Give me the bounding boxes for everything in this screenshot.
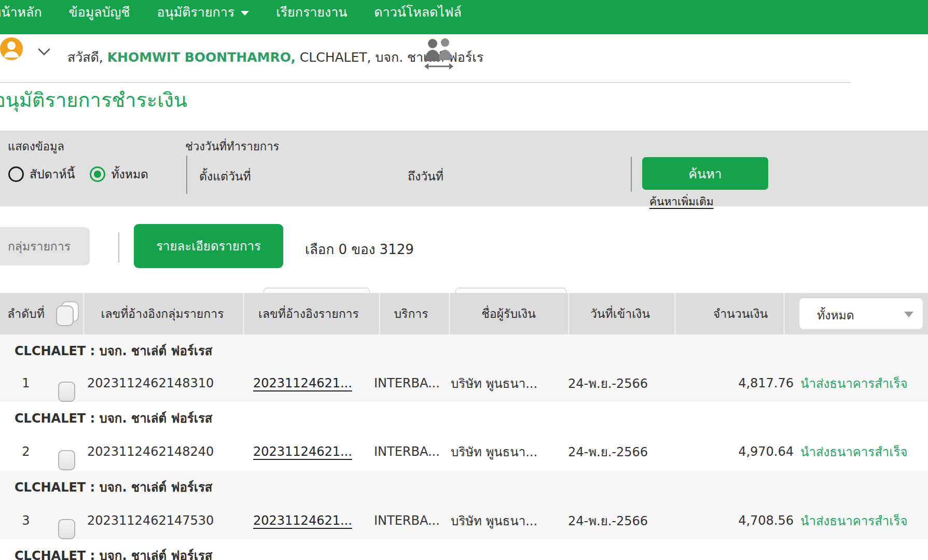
service-cell: INTERBA...: [374, 365, 449, 402]
status-cell: นำส่งธนาคารสำเร็จ: [800, 365, 925, 402]
user-name: KHOMWIT BOONTHAMRO,: [107, 50, 296, 65]
user-avatar-icon[interactable]: [0, 36, 25, 63]
search-button[interactable]: ค้นหา: [642, 157, 768, 190]
table-header: ลำดับที่ เลขที่อ้างอิงกลุ่มรายการ เลขที่…: [0, 293, 928, 334]
select-all-icon[interactable]: [55, 301, 81, 329]
status-cell: นำส่งธนาคารสำเร็จ: [800, 433, 925, 470]
more-search-link[interactable]: ค้นหาเพิ่มเติม: [649, 193, 714, 210]
transaction-block: CLCHALET : บจก. ชาเล่ต์ ฟอร์เรส 1 202311…: [0, 334, 928, 402]
column-header-index: ลำดับที่: [5, 293, 47, 334]
status-cell: นำส่งธนาคารสำเร็จ: [800, 502, 925, 539]
radio-all[interactable]: [90, 166, 105, 182]
date-range-label: ช่วงวันที่ทำรายการ: [185, 137, 279, 156]
payee-cell: บริษัท พูนธนา...: [451, 502, 557, 539]
to-date-label: ถึงวันที่: [408, 167, 444, 186]
row-index: 3: [5, 502, 47, 539]
column-header-date: วันที่เข้าเงิน: [570, 293, 671, 334]
chevron-down-icon: [241, 11, 249, 16]
divider: [118, 232, 119, 262]
item-ref-link[interactable]: 20231124621...: [253, 513, 352, 528]
selection-summary: เลือก 0 ของ 3129: [305, 239, 414, 260]
chevron-down-icon: [904, 312, 913, 317]
divider: [631, 157, 632, 192]
group-header: CLCHALET : บจก. ชาเล่ต์ ฟอร์เรส: [15, 341, 213, 361]
from-date-label: ตั้งแต่วันที่: [199, 167, 251, 186]
row-checkbox[interactable]: [58, 382, 75, 402]
column-header-item-ref: เลขที่อ้างอิงรายการ: [244, 293, 373, 334]
company-name: CLCHALET, บจก. ชาเล่ต์ ฟอร์เร: [300, 50, 483, 65]
group-header: CLCHALET : บจก. ชาเล่ต์ ฟอร์เรส: [15, 545, 213, 560]
group-header: CLCHALET : บจก. ชาเล่ต์ ฟอร์เรส: [15, 477, 213, 497]
top-nav-bar: หน้าหลัก ข้อมูลบัญชี อนุมัติรายการ เรียก…: [0, 0, 928, 34]
service-cell: INTERBA...: [374, 502, 449, 539]
page-title: อนุมัติรายการชำระเงิน: [0, 84, 187, 116]
status-filter-value: ทั้งหมด: [817, 306, 854, 325]
divider: [186, 156, 187, 194]
row-index: 1: [5, 365, 47, 402]
radio-this-week[interactable]: [8, 166, 24, 182]
radio-all-label: ทั้งหมด: [111, 165, 148, 184]
radio-this-week-label: สัปดาห์นี้: [30, 165, 75, 184]
table-row: 3 2023112462147530 20231124621... INTERB…: [0, 502, 928, 539]
show-data-radio-group: สัปดาห์นี้ ทั้งหมด: [8, 165, 148, 184]
row-checkbox[interactable]: [58, 450, 75, 470]
service-cell: INTERBA...: [374, 433, 449, 470]
group-ref-cell: 2023112462147530: [87, 502, 238, 539]
nav-menu: หน้าหลัก ข้อมูลบัญชี อนุมัติรายการ เรียก…: [0, 0, 462, 24]
table-row: 2 2023112462148240 20231124621... INTERB…: [0, 433, 928, 470]
payee-cell: บริษัท พูนธนา...: [451, 433, 557, 470]
chevron-down-icon[interactable]: [37, 48, 51, 58]
transaction-block: CLCHALET : บจก. ชาเล่ต์ ฟอร์เรส: [0, 539, 928, 560]
transaction-block: CLCHALET : บจก. ชาเล่ต์ ฟอร์เรส 3 202311…: [0, 471, 928, 539]
column-header-payee: ชื่อผู้รับเงิน: [450, 293, 567, 334]
nav-item-account-info[interactable]: ข้อมูลบัญชี: [69, 2, 130, 22]
date-cell: 24-พ.ย.-2566: [568, 433, 659, 470]
nav-item-download-files[interactable]: ดาวน์โหลดไฟล์: [374, 2, 461, 22]
group-ref-cell: 2023112462148310: [87, 365, 238, 402]
filter-panel: แสดงข้อมูล ช่วงวันที่ทำรายการ สัปดาห์นี้…: [0, 131, 928, 206]
date-cell: 24-พ.ย.-2566: [568, 502, 659, 539]
transaction-block: CLCHALET : บจก. ชาเล่ต์ ฟอร์เรส 2 202311…: [0, 402, 928, 471]
amount-cell: 4,970.64: [664, 433, 794, 470]
tab-group-list[interactable]: กลุ่มรายการ: [0, 227, 90, 265]
show-data-label: แสดงข้อมูล: [8, 137, 64, 156]
item-ref-link[interactable]: 20231124621...: [253, 444, 352, 459]
divider: [0, 82, 851, 83]
row-index: 2: [5, 433, 47, 470]
nav-item-approve-transactions[interactable]: อนุมัติรายการ: [157, 2, 250, 22]
payee-cell: บริษัท พูนธนา...: [451, 365, 557, 402]
greeting-prefix: สวัสดี,: [67, 50, 103, 65]
column-header-service: บริการ: [376, 293, 446, 334]
group-header: CLCHALET : บจก. ชาเล่ต์ ฟอร์เรส: [15, 408, 213, 428]
status-filter-dropdown[interactable]: ทั้งหมด: [799, 298, 923, 330]
user-greeting: สวัสดี, KHOMWIT BOONTHAMRO, CLCHALET, บจ…: [67, 47, 483, 67]
nav-item-home[interactable]: หน้าหลัก: [0, 2, 42, 22]
amount-cell: 4,708.56: [664, 502, 794, 539]
nav-item-reports[interactable]: เรียกรายงาน: [276, 2, 347, 22]
switch-user-icon[interactable]: [423, 37, 454, 73]
amount-cell: 4,817.76: [664, 365, 794, 402]
group-ref-cell: 2023112462148240: [87, 433, 238, 470]
tab-detail-list[interactable]: รายละเอียดรายการ: [134, 224, 283, 268]
table-row: 1 2023112462148310 20231124621... INTERB…: [0, 365, 928, 402]
column-header-amount: จำนวนเงิน: [685, 293, 796, 334]
row-checkbox[interactable]: [58, 519, 75, 539]
item-ref-link[interactable]: 20231124621...: [253, 376, 352, 390]
user-bar: สวัสดี, KHOMWIT BOONTHAMRO, CLCHALET, บจ…: [0, 34, 928, 82]
date-cell: 24-พ.ย.-2566: [568, 365, 659, 402]
column-header-group-ref: เลขที่อ้างอิงกลุ่มรายการ: [87, 293, 238, 334]
